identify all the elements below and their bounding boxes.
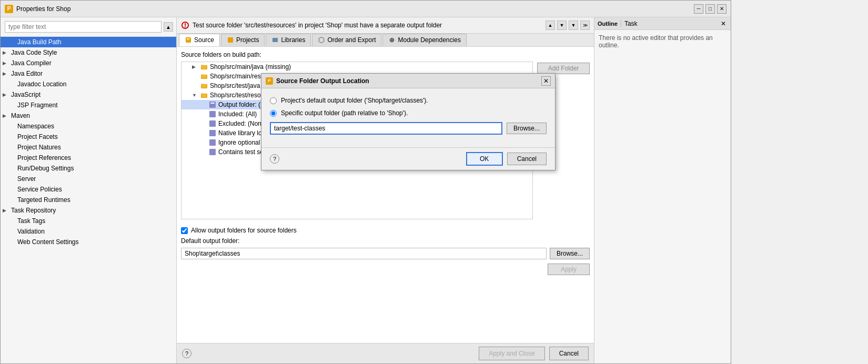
dialog-close-button[interactable]: ✕ bbox=[541, 76, 551, 86]
outline-title: Outline bbox=[598, 21, 618, 27]
expand-arrow-maven: ▶ bbox=[3, 113, 9, 118]
default-output-input[interactable] bbox=[181, 248, 547, 259]
sidebar-item-jsp-fragment[interactable]: JSP Fragment bbox=[1, 100, 176, 110]
sidebar-item-server[interactable]: Server bbox=[1, 174, 176, 184]
expand-arrow-task-repository: ▶ bbox=[3, 208, 9, 213]
svg-rect-22 bbox=[209, 102, 216, 108]
tab-libraries-label: Libraries bbox=[281, 36, 305, 44]
sidebar-label-maven: Maven bbox=[11, 112, 30, 119]
close-button[interactable]: ✕ bbox=[717, 4, 726, 14]
error-icon bbox=[181, 21, 189, 29]
apply-row: Apply bbox=[181, 264, 590, 275]
sidebar-item-java-compiler[interactable]: ▶ Java Compiler bbox=[1, 58, 176, 68]
default-output-label: Default output folder: bbox=[181, 237, 590, 245]
sidebar-item-javadoc-location[interactable]: Javadoc Location bbox=[1, 79, 176, 89]
sidebar-label-server: Server bbox=[17, 175, 36, 183]
source-folder-dialog: P Source Folder Output Location ✕ Projec… bbox=[261, 73, 556, 170]
sidebar-scroll-up[interactable]: ▲ bbox=[164, 22, 173, 32]
sidebar-label-task-tags: Task Tags bbox=[17, 217, 45, 225]
tabs-bar: Source Projects Li bbox=[177, 34, 594, 47]
dialog-content: Project's default output folder ('Shop/t… bbox=[261, 88, 555, 147]
svg-rect-26 bbox=[209, 130, 216, 136]
tree-expand-main-java: ▶ bbox=[192, 64, 198, 69]
outline-close-button[interactable]: ✕ bbox=[719, 19, 728, 28]
svg-rect-18 bbox=[201, 85, 207, 88]
radio-row-specific: Specific output folder (path relative to… bbox=[270, 109, 547, 117]
section-label: Source folders on build path: bbox=[181, 51, 590, 58]
sidebar-label-run-debug: Run/Debug Settings bbox=[17, 165, 74, 172]
sidebar-item-maven[interactable]: ▶ Maven bbox=[1, 110, 176, 121]
dialog-help-icon[interactable]: ? bbox=[270, 154, 279, 164]
allow-output-label: Allow output folders for source folders bbox=[191, 227, 297, 234]
maximize-button[interactable]: □ bbox=[705, 4, 715, 14]
sidebar-label-java-build-path: Java Build Path bbox=[17, 38, 61, 46]
order-export-tab-icon bbox=[318, 36, 325, 44]
sidebar-item-project-natures[interactable]: Project Natures bbox=[1, 142, 176, 153]
sidebar-item-project-facets[interactable]: Project Facets bbox=[1, 132, 176, 142]
sidebar-item-web-content-settings[interactable]: Web Content Settings bbox=[1, 237, 176, 247]
tab-order-export-label: Order and Export bbox=[327, 36, 376, 44]
tree-label-included: Included: (All) bbox=[218, 110, 257, 118]
sidebar-item-targeted-runtimes[interactable]: Targeted Runtimes bbox=[1, 195, 176, 205]
window-icon: P bbox=[5, 5, 13, 13]
sidebar-item-service-policies[interactable]: Service Policies bbox=[1, 184, 176, 195]
bottom-bar: ? Apply and Close Cancel bbox=[177, 343, 594, 363]
default-output-row: Browse... bbox=[181, 248, 590, 259]
outline-titlebar: Outline Task ✕ bbox=[594, 17, 731, 30]
expand-arrow-javascript: ▶ bbox=[3, 92, 9, 97]
radio-default-output[interactable] bbox=[270, 97, 277, 104]
add-folder-button[interactable]: Add Folder bbox=[537, 63, 590, 74]
sidebar-item-task-repository[interactable]: ▶ Task Repository bbox=[1, 205, 176, 216]
sidebar-label-project-references: Project References bbox=[17, 154, 71, 161]
filter-input[interactable] bbox=[5, 21, 162, 33]
tree-label-test-java: Shop/src/test/java bbox=[210, 82, 260, 89]
sidebar-label-project-facets: Project Facets bbox=[17, 133, 58, 140]
sidebar-item-task-tags[interactable]: Task Tags bbox=[1, 216, 176, 226]
dialog-browse-button[interactable]: Browse... bbox=[507, 123, 547, 134]
tree-icon-test-java bbox=[200, 82, 208, 89]
cancel-button[interactable]: Cancel bbox=[549, 347, 589, 360]
sidebar-label-javadoc: Javadoc Location bbox=[17, 80, 66, 88]
sidebar-item-java-code-style[interactable]: ▶ Java Code Style bbox=[1, 47, 176, 58]
allow-output-checkbox[interactable] bbox=[181, 227, 188, 234]
sidebar-item-javascript[interactable]: ▶ JavaScript bbox=[1, 89, 176, 100]
error-prev-btn[interactable]: ▲ bbox=[546, 21, 555, 30]
libraries-tab-icon bbox=[271, 36, 279, 44]
error-banner: Test source folder 'src/test/resources' … bbox=[177, 17, 594, 34]
tab-module-deps-label: Module Dependencies bbox=[398, 36, 460, 44]
module-deps-tab-icon: ⊕ bbox=[388, 36, 396, 44]
sidebar-item-validation[interactable]: Validation bbox=[1, 226, 176, 237]
expand-arrow-java-editor: ▶ bbox=[3, 71, 9, 76]
tab-module-deps[interactable]: ⊕ Module Dependencies bbox=[382, 34, 466, 46]
sidebar-item-namespaces[interactable]: Namespaces bbox=[1, 121, 176, 132]
expand-arrow-java-compiler: ▶ bbox=[3, 60, 9, 66]
help-icon[interactable]: ? bbox=[182, 349, 191, 358]
sidebar-item-run-debug[interactable]: Run/Debug Settings bbox=[1, 163, 176, 174]
radio-row-default: Project's default output folder ('Shop/t… bbox=[270, 97, 547, 104]
error-text: Test source folder 'src/test/resources' … bbox=[193, 22, 542, 29]
dialog-cancel-button[interactable]: Cancel bbox=[507, 153, 547, 165]
dialog-footer: ? OK Cancel bbox=[261, 147, 555, 170]
svg-rect-27 bbox=[209, 139, 216, 146]
minimize-button[interactable]: ─ bbox=[694, 4, 703, 14]
specific-output-input[interactable] bbox=[270, 122, 502, 135]
tab-libraries[interactable]: Libraries bbox=[266, 34, 311, 46]
tab-projects[interactable]: Projects bbox=[221, 34, 265, 46]
sidebar-label-javascript: JavaScript bbox=[11, 91, 41, 98]
dialog-ok-button[interactable]: OK bbox=[466, 152, 503, 166]
error-next-btn[interactable]: ▼ bbox=[557, 21, 567, 30]
error-menu-btn[interactable]: ▼ bbox=[569, 21, 578, 30]
error-more-btn[interactable]: ≫ bbox=[580, 21, 590, 30]
tree-item-shop-src-main-java[interactable]: ▶ Shop/src/main/java (missing) bbox=[181, 62, 532, 72]
tab-order-export[interactable]: Order and Export bbox=[312, 34, 381, 46]
radio-specific-output[interactable] bbox=[270, 110, 277, 117]
sidebar-item-project-references[interactable]: Project References bbox=[1, 153, 176, 163]
sidebar-item-java-build-path[interactable]: Java Build Path bbox=[1, 37, 176, 47]
default-output-browse-btn[interactable]: Browse... bbox=[550, 248, 590, 259]
outline-no-active-text: There is no active editor that provides … bbox=[599, 34, 713, 49]
apply-button[interactable]: Apply bbox=[548, 264, 590, 275]
tab-source[interactable]: Source bbox=[179, 34, 220, 46]
error-actions: ▲ ▼ ▼ ≫ bbox=[546, 21, 590, 30]
sidebar-item-java-editor[interactable]: ▶ Java Editor bbox=[1, 68, 176, 79]
apply-close-button[interactable]: Apply and Close bbox=[479, 347, 544, 360]
